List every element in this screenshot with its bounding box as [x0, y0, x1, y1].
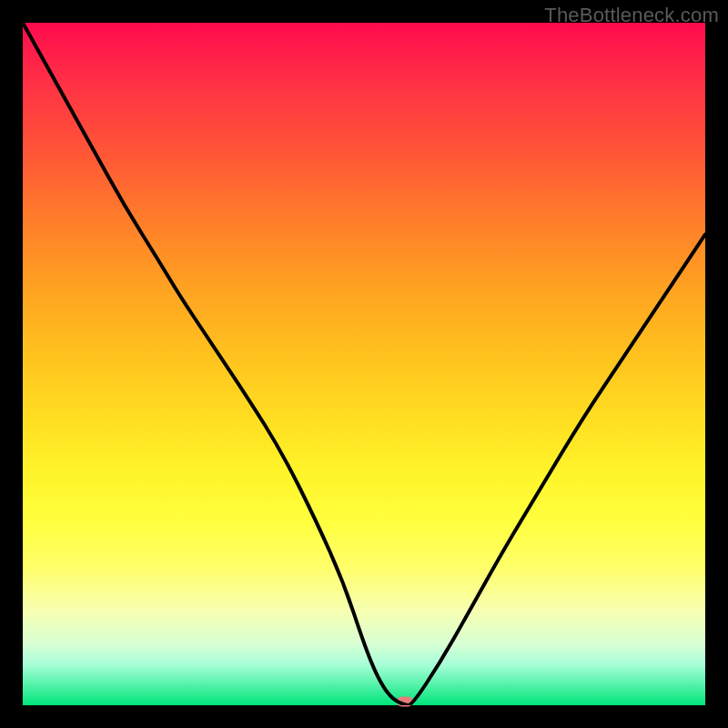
plot-area	[23, 23, 705, 705]
bottleneck-curve	[23, 23, 705, 705]
watermark-label: TheBottleneck.com	[544, 4, 719, 27]
chart-frame: TheBottleneck.com	[0, 0, 728, 728]
curve-path	[23, 23, 705, 705]
